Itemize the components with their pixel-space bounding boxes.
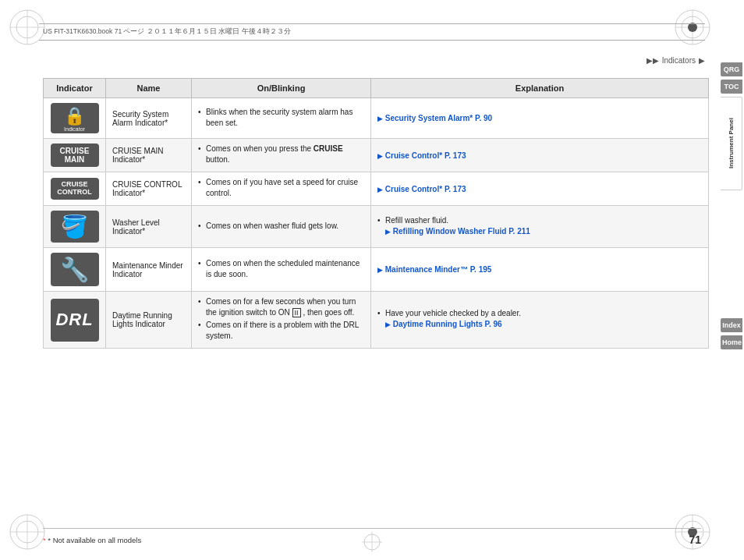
onblinking-cell-maintenance: Comes on when the scheduled maintenance … xyxy=(192,248,371,292)
drl-onblinking3: Comes on if there is a problem with the … xyxy=(198,320,364,342)
table-row: 🔧 Maintenance Minder Indicator Comes on … xyxy=(44,248,709,292)
cruise-control-name: CRUISE CONTROL Indicator* xyxy=(112,180,182,197)
maintenance-name: Maintenance Minder Indicator xyxy=(112,261,183,278)
breadcrumb-text: Indicators xyxy=(662,56,696,65)
name-cell-security: Security System Alarm Indicator* xyxy=(106,98,192,139)
cruise-bold: CRUISE xyxy=(314,144,343,153)
footer-note: * * Not available on all models xyxy=(43,536,141,544)
col-explanation: Explanation xyxy=(371,79,709,98)
security-onblinking-item: Blinks when the security system alarm ha… xyxy=(198,107,364,129)
col-onblinking: On/Blinking xyxy=(192,79,371,98)
maintenance-onblinking: Comes on when the scheduled maintenance … xyxy=(198,258,364,280)
cruise-control-icon: CRUISE CONTROL xyxy=(51,178,99,200)
indicator-cell-cruise-main: CRUISE MAIN xyxy=(44,139,106,172)
indicator-cell-maintenance: 🔧 xyxy=(44,248,106,292)
tab-instrument-panel[interactable]: Instrument Panel xyxy=(721,97,742,190)
explanation-cell-drl: Have your vehicle checked by a dealer. ▶… xyxy=(371,292,709,349)
drl-text: DRL xyxy=(55,310,93,330)
cruise-main-line2: MAIN xyxy=(60,155,90,164)
main-content: Indicator Name On/Blinking Explanation 🔒… xyxy=(43,78,709,513)
right-sidebar: QRG TOC Instrument Panel Index Home xyxy=(721,62,744,349)
indicator-cell-drl: DRL xyxy=(44,292,106,349)
cruise-control-line2: CONTROL xyxy=(57,189,92,197)
indicator-cell-cruise-control: CRUISE CONTROL xyxy=(44,172,106,206)
onblinking-cell-security: Blinks when the security system alarm ha… xyxy=(192,98,371,139)
name-cell-drl: Daytime Running Lights Indicator xyxy=(106,292,192,349)
cruise-main-name: CRUISE MAIN Indicator* xyxy=(112,147,164,164)
tab-home[interactable]: Home xyxy=(721,335,742,349)
header-bar: US FIT-31TK6630.book 71 ページ ２０１１年６月１５日 水… xyxy=(39,23,705,41)
security-link[interactable]: Security System Alarm* P. 90 xyxy=(385,114,492,122)
page-number: 71 xyxy=(689,533,701,546)
table-row: DRL Daytime Running Lights Indicator Com… xyxy=(44,292,709,349)
drl-link[interactable]: Daytime Running Lights P. 96 xyxy=(393,320,502,328)
cruise-main-icon: CRUISE MAIN xyxy=(51,144,99,167)
security-icon: 🔒 Indicator xyxy=(51,103,99,133)
table-row: CRUISE MAIN CRUISE MAIN Indicator* Comes… xyxy=(44,139,709,172)
onblinking-cell-washer: Comes on when washer fluid gets low. xyxy=(192,206,371,248)
security-name: Security System Alarm Indicator* xyxy=(112,110,168,127)
indicator-table: Indicator Name On/Blinking Explanation 🔒… xyxy=(43,78,709,349)
cruise-control-onblinking: Comes on if you have set a speed for cru… xyxy=(198,177,364,199)
maintenance-link[interactable]: Maintenance Minder™ P. 195 xyxy=(385,265,492,274)
indicator-cell-washer: 🪣 xyxy=(44,206,106,248)
header-file-info: US FIT-31TK6630.book 71 ページ ２０１１年６月１５日 水… xyxy=(43,27,291,37)
table-row: 🔒 Indicator Security System Alarm Indica… xyxy=(44,98,709,139)
tab-qrg[interactable]: QRG xyxy=(721,62,742,76)
explanation-cell-washer: Refill washer fluid. ▶ Refilling Window … xyxy=(371,206,709,248)
name-cell-maintenance: Maintenance Minder Indicator xyxy=(106,248,192,292)
explanation-cell-maintenance: ▶ Maintenance Minder™ P. 195 xyxy=(371,248,709,292)
onblinking-cell-cruise-control: Comes on if you have set a speed for cru… xyxy=(192,172,371,206)
drl-explanation-text: Have your vehicle checked by a dealer. xyxy=(385,309,521,317)
washer-onblinking: Comes on when washer fluid gets low. xyxy=(198,221,364,232)
washer-link[interactable]: Refilling Window Washer Fluid P. 211 xyxy=(393,227,530,236)
cruise-main-line1: CRUISE xyxy=(60,147,90,155)
drl-name: Daytime Running Lights Indicator xyxy=(112,311,172,328)
table-row: CRUISE CONTROL CRUISE CONTROL Indicator*… xyxy=(44,172,709,206)
table-row: 🪣 Washer Level Indicator* Comes on when … xyxy=(44,206,709,248)
explanation-cell-security: ▶ Security System Alarm* P. 90 xyxy=(371,98,709,139)
onblinking-cell-cruise-main: Comes on when you press the CRUISE butto… xyxy=(192,139,371,172)
drl-onblinking2: , then goes off. xyxy=(303,308,354,317)
maintenance-icon: 🔧 xyxy=(51,253,99,286)
name-cell-cruise-control: CRUISE CONTROL Indicator* xyxy=(106,172,192,206)
cruise-control-link[interactable]: Cruise Control* P. 173 xyxy=(385,185,466,193)
washer-explanation-text: Refill washer fluid. xyxy=(385,216,448,225)
tab-index[interactable]: Index xyxy=(721,318,742,332)
tab-toc[interactable]: TOC xyxy=(721,80,742,94)
breadcrumb: ▶▶ Indicators ▶ xyxy=(647,56,705,65)
footer: * * Not available on all models 71 xyxy=(43,528,701,546)
washer-name: Washer Level Indicator* xyxy=(112,218,160,236)
drl-symbol: II xyxy=(292,308,301,317)
breadcrumb-prefix: ▶▶ xyxy=(647,56,659,65)
breadcrumb-suffix: ▶ xyxy=(699,56,705,65)
cruise-main-link[interactable]: Cruise Control* P. 173 xyxy=(385,151,466,160)
col-indicator: Indicator xyxy=(44,79,106,98)
explanation-cell-cruise-main: ▶ Cruise Control* P. 173 xyxy=(371,139,709,172)
indicator-cell-security: 🔒 Indicator xyxy=(44,98,106,139)
col-name: Name xyxy=(106,79,192,98)
drl-icon: DRL xyxy=(51,299,99,342)
washer-icon: 🪣 xyxy=(51,211,99,243)
explanation-cell-cruise-control: ▶ Cruise Control* P. 173 xyxy=(371,172,709,206)
name-cell-washer: Washer Level Indicator* xyxy=(106,206,192,248)
onblinking-cell-drl: Comes on for a few seconds when you turn… xyxy=(192,292,371,349)
name-cell-cruise-main: CRUISE MAIN Indicator* xyxy=(106,139,192,172)
